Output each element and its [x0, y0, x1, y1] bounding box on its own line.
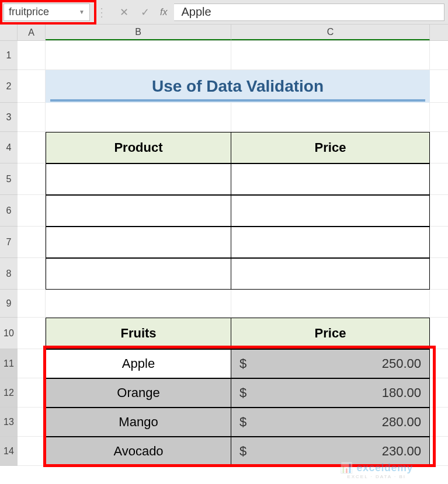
row-header-12[interactable]: 12 — [0, 378, 18, 408]
grid-area: 1 2 3 4 5 6 7 8 9 10 11 12 13 14 A B C — [0, 25, 448, 484]
cell[interactable] — [18, 349, 46, 378]
table-header-row: Fruits Price — [46, 318, 430, 349]
cell[interactable] — [18, 132, 46, 163]
cell[interactable] — [18, 437, 46, 465]
header-product[interactable]: Product — [46, 132, 231, 163]
table-header-row: Product Price — [46, 132, 430, 163]
main-grid: A B C Use of Data Validation — [18, 25, 448, 484]
row-header-8[interactable]: 8 — [0, 258, 18, 290]
row-header-7[interactable]: 7 — [0, 227, 18, 258]
currency-symbol: $ — [239, 356, 246, 371]
cell[interactable] — [46, 290, 231, 317]
table-row — [46, 227, 430, 258]
grid-row — [18, 41, 448, 70]
watermark-icon: 📊 — [340, 462, 353, 473]
cell[interactable] — [18, 41, 46, 69]
col-header-b[interactable]: B — [46, 25, 231, 40]
price-value: 280.00 — [382, 415, 421, 430]
row-header-10[interactable]: 10 — [0, 318, 18, 349]
grid-row — [18, 103, 448, 132]
row-header-5[interactable]: 5 — [0, 163, 18, 195]
name-box-value: fruitprice — [9, 6, 49, 18]
confirm-formula-button[interactable]: ✓ — [134, 4, 155, 20]
cell[interactable] — [18, 378, 46, 407]
cell[interactable] — [18, 408, 46, 436]
price-value: 250.00 — [382, 356, 421, 371]
header-price[interactable]: Price — [231, 318, 430, 349]
row-header-9[interactable]: 9 — [0, 290, 18, 318]
table-row — [46, 195, 430, 227]
cell-fruit[interactable]: Mango — [46, 408, 231, 437]
watermark-sub: EXCEL · DATA · BI — [340, 474, 413, 479]
cell[interactable] — [18, 195, 46, 226]
table-row: Apple $ 250.00 — [46, 349, 430, 378]
row-header-13[interactable]: 13 — [0, 408, 18, 437]
select-all-corner[interactable] — [0, 25, 18, 41]
cell[interactable] — [231, 103, 430, 131]
currency-symbol: $ — [239, 444, 246, 459]
cancel-formula-button[interactable]: ✕ — [113, 4, 134, 20]
cell-price[interactable] — [231, 195, 430, 227]
cell-product[interactable] — [46, 195, 231, 227]
cell[interactable] — [231, 41, 430, 69]
col-headers: A B C — [18, 25, 448, 41]
cell-price[interactable]: $ 250.00 — [231, 349, 430, 378]
cell[interactable] — [18, 227, 46, 257]
cell-product[interactable] — [46, 163, 231, 195]
row-header-2[interactable]: 2 — [0, 70, 18, 103]
cell[interactable] — [18, 103, 46, 131]
title-underline — [50, 99, 425, 102]
rows-container: Use of Data Validation Product Price — [18, 41, 448, 466]
formula-input[interactable]: Apple — [174, 4, 444, 21]
grid-row — [18, 290, 448, 318]
price-value: 180.00 — [382, 385, 421, 401]
cell-product[interactable] — [46, 227, 231, 258]
cell-fruit[interactable]: Orange — [46, 378, 231, 408]
cell-price[interactable]: $ 180.00 — [231, 378, 430, 408]
header-fruits[interactable]: Fruits — [46, 318, 231, 349]
row-header-3[interactable]: 3 — [0, 103, 18, 132]
cell[interactable] — [231, 290, 430, 317]
fx-icon[interactable]: fx — [160, 7, 167, 18]
currency-symbol: $ — [239, 385, 246, 401]
cell[interactable] — [18, 163, 46, 194]
col-header-a[interactable]: A — [18, 25, 46, 40]
row-header-6[interactable]: 6 — [0, 195, 18, 227]
product-price-table: Product Price — [46, 132, 430, 290]
cell[interactable] — [18, 290, 46, 317]
row-headers-container: 1 2 3 4 5 6 7 8 9 10 11 12 13 14 — [0, 25, 18, 484]
cell-fruit[interactable]: Avocado — [46, 437, 231, 466]
table-row — [46, 258, 430, 290]
row-header-1[interactable]: 1 — [0, 41, 18, 70]
cell-product[interactable] — [46, 258, 231, 290]
divider: ⋮ — [96, 5, 107, 19]
fruits-price-table: Fruits Price Apple $ 250.00 Orange $ 180… — [46, 318, 430, 466]
watermark-text: exceldemy — [356, 462, 413, 473]
row-header-4[interactable]: 4 — [0, 132, 18, 163]
cell[interactable] — [46, 103, 231, 131]
check-icon: ✓ — [141, 6, 150, 19]
cell-price[interactable] — [231, 163, 430, 195]
cell-price[interactable] — [231, 258, 430, 290]
row-header-14[interactable]: 14 — [0, 437, 18, 466]
table-row — [46, 163, 430, 195]
formula-bar: fruitprice ▼ ⋮ ✕ ✓ fx Apple — [0, 0, 448, 25]
formula-value: Apple — [181, 5, 211, 19]
cell[interactable] — [18, 318, 46, 349]
row-header-11[interactable]: 11 — [0, 349, 18, 378]
price-value: 230.00 — [382, 444, 421, 459]
header-price[interactable]: Price — [231, 132, 430, 163]
cell-fruit[interactable]: Apple — [46, 349, 231, 378]
cell[interactable] — [18, 258, 46, 289]
cell[interactable] — [18, 70, 46, 102]
x-icon: ✕ — [120, 6, 129, 19]
table-row: Mango $ 280.00 — [46, 408, 430, 437]
currency-symbol: $ — [239, 415, 246, 430]
name-box[interactable]: fruitprice ▼ — [4, 4, 90, 21]
page-title: Use of Data Validation — [46, 70, 430, 103]
cell-price[interactable] — [231, 227, 430, 258]
cell[interactable] — [46, 41, 231, 69]
cell-price[interactable]: $ 280.00 — [231, 408, 430, 437]
name-box-dropdown-icon[interactable]: ▼ — [79, 9, 85, 15]
col-header-c[interactable]: C — [231, 25, 430, 40]
